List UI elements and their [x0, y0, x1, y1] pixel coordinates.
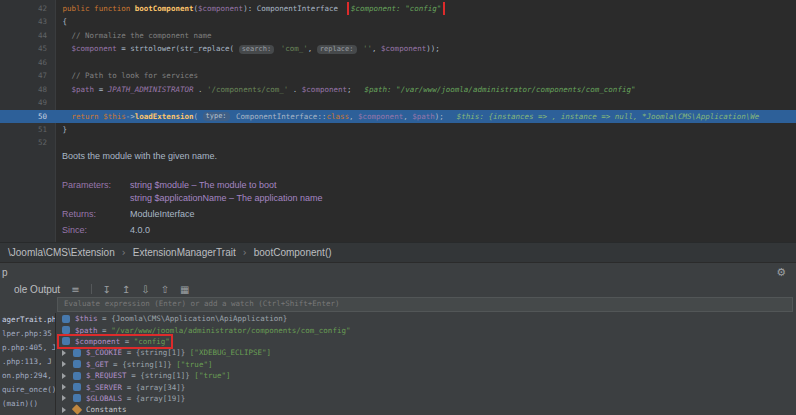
code-line-43[interactable]: 43 { [0, 15, 796, 28]
stack-frame[interactable]: lper.php:35 [0, 327, 55, 341]
stack-frame[interactable]: .php:113, J [0, 355, 55, 369]
stack-frame[interactable]: quire_once() [0, 383, 55, 397]
code-token [58, 112, 72, 121]
stack-frame[interactable]: p.php:405, J [0, 341, 55, 355]
doc-param-module: string $module – The module to boot [130, 179, 276, 192]
code-token: , [403, 112, 412, 121]
code-line-50[interactable]: 50 return $this->loadExtension( type: Co… [0, 110, 796, 123]
stack-frame[interactable]: (main)() [0, 397, 55, 411]
expand-arrow-icon[interactable] [62, 407, 66, 413]
variable-name: $_SERVER [86, 383, 122, 392]
variable-row[interactable]: $component = "config" [57, 336, 796, 347]
line-number[interactable]: 42 [0, 2, 56, 15]
expand-arrow-icon[interactable] [62, 361, 66, 367]
tab-console-output-cropped[interactable]: ole Output [14, 284, 60, 295]
code-token: ComponentInterface [236, 112, 317, 121]
line-number[interactable]: 46 [0, 56, 56, 69]
line-number[interactable]: 43 [0, 15, 56, 28]
toolbar-separator [91, 284, 92, 294]
expand-arrow-icon[interactable] [62, 395, 66, 401]
code-line-47[interactable]: 47 // Path to look for services [0, 69, 796, 82]
doc-parameters-row: string $applicationName – The applicatio… [62, 192, 322, 205]
code-token: // Normalize the component name [72, 31, 212, 40]
doc-returns-row: Returns: ModuleInterface [62, 208, 322, 221]
code-line-45[interactable]: 45 $component = strtolower(str_replace( … [0, 42, 796, 55]
code-token: loadExtension [135, 112, 194, 121]
line-number[interactable]: 51 [0, 123, 56, 136]
code-token: public function [63, 4, 135, 13]
code-token: = [94, 85, 108, 94]
variable-value: {array[19]} [136, 394, 186, 403]
annotation-box: $component = "config" [60, 337, 170, 346]
line-number[interactable]: 45 [0, 42, 56, 55]
variable-row[interactable]: $this = {Joomla\CMS\Application\ApiAppli… [57, 313, 796, 324]
line-number[interactable]: 47 [0, 69, 56, 82]
code-token: str_replace [180, 44, 230, 53]
variable-value: {array[34]} [136, 383, 186, 392]
constants-icon [72, 405, 83, 415]
variable-row[interactable]: $_REQUEST = {string[1]} ["true"] [57, 370, 796, 381]
code-token: ( [193, 112, 202, 121]
variable-row[interactable]: $_GET = {string[1]} ["true"] [57, 359, 796, 370]
code-token: )); [426, 44, 440, 53]
code-text [56, 96, 796, 109]
code-token: $path [412, 112, 435, 121]
line-number[interactable]: 52 [0, 136, 56, 149]
inline-debug-value: $this: {instances => , instance => null,… [457, 112, 760, 121]
debug-panel: p ⚙ ole Output ≡↧↥⇩⇧▦ Evaluate expressio… [0, 262, 796, 415]
expand-arrow-icon[interactable] [62, 350, 66, 356]
evaluate-expression-input[interactable]: Evaluate expression (Enter) or add a wat… [57, 297, 793, 312]
variable-row[interactable]: $_SERVER = {array[34]} [57, 381, 796, 392]
variable-row[interactable]: $GLOBALS = {array[19]} [57, 393, 796, 404]
code-text: } [56, 123, 796, 136]
variable-row[interactable]: Constants [57, 404, 796, 415]
stack-frame[interactable]: agerTrait.ph [0, 313, 55, 327]
doc-parameters-row: Parameters: string $module – The module … [62, 179, 322, 192]
code-line-46[interactable]: 46 [0, 56, 796, 69]
code-token [58, 85, 72, 94]
code-text: $component = strtolower(str_replace( sea… [56, 42, 796, 55]
expand-arrow-icon[interactable] [62, 384, 66, 390]
variable-value-preview: ["true"] [172, 360, 213, 369]
doc-label-spacer [62, 192, 130, 205]
code-text: return $this->loadExtension( type: Compo… [56, 110, 796, 123]
breadcrumb-item[interactable]: bootComponent() [254, 247, 332, 258]
line-number[interactable]: 49 [0, 96, 56, 109]
variable-row[interactable]: $_COOKIE = {string[1]} ["XDEBUG_ECLIPSE"… [57, 347, 796, 358]
code-token: ( [230, 44, 239, 53]
stack-frame[interactable]: on.php:294, [0, 369, 55, 383]
variable-row[interactable]: $path = "/var/www/joomla/administrator/c… [57, 324, 796, 335]
line-number[interactable]: 48 [0, 83, 56, 96]
expand-all-icon[interactable]: ↧ [103, 284, 111, 295]
code-line-51[interactable]: 51 } [0, 123, 796, 136]
frames-list: agerTrait.phlper.php:35p.php:405, J.php:… [0, 313, 55, 411]
documentation-panel: Boots the module with the given name. Pa… [62, 150, 322, 237]
code-token: bootComponent [135, 4, 194, 13]
code-line-44[interactable]: 44 // Normalize the component name [0, 29, 796, 42]
parameter-hint-chip: type: [203, 112, 230, 121]
move-down-icon[interactable]: ⇩ [141, 284, 149, 295]
layout-grid-icon[interactable]: ▦ [180, 284, 189, 295]
line-number[interactable]: 44 [0, 29, 56, 42]
breadcrumb-item[interactable]: ExtensionManagerTrait [133, 247, 236, 258]
parameter-hint-chip: replace: [317, 45, 357, 54]
breadcrumb-item[interactable]: \Joomla\CMS\Extension [8, 247, 115, 258]
collapse-all-icon[interactable]: ↥ [122, 284, 130, 295]
settings-gear-icon[interactable]: ⚙ [776, 266, 786, 279]
editor-lines: 42 public function bootComponent($compon… [0, 2, 796, 150]
line-number[interactable]: 50 [0, 110, 56, 123]
move-up-icon[interactable]: ⇧ [161, 284, 169, 295]
code-line-52[interactable]: 52 [0, 136, 796, 149]
code-line-42[interactable]: 42 public function bootComponent($compon… [0, 2, 796, 15]
debug-toolbar-icons: ≡↧↥⇩⇧▦ [60, 284, 189, 295]
doc-returns-value: ModuleInterface [130, 208, 195, 221]
code-editor: 42 public function bootComponent($compon… [0, 0, 796, 242]
code-line-49[interactable]: 49 [0, 96, 796, 109]
view-options-icon[interactable]: ≡ [71, 284, 79, 295]
expand-arrow-icon[interactable] [62, 373, 66, 379]
tab-cropped[interactable]: p [2, 267, 8, 278]
variable-name: $_GET [86, 360, 109, 369]
code-line-48[interactable]: 48 $path = JPATH_ADMINISTRATOR . '/compo… [0, 83, 796, 96]
code-text [56, 56, 796, 69]
code-token: JPATH_ADMINISTRATOR [108, 85, 194, 94]
